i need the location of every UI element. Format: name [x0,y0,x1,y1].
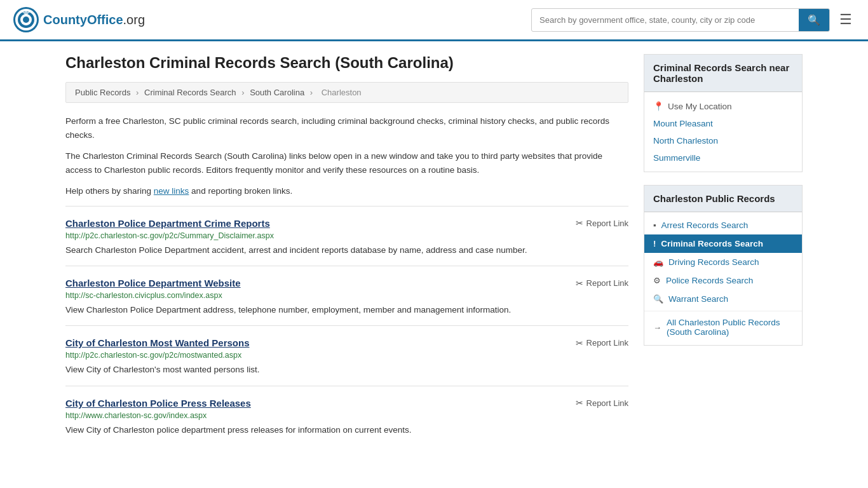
result-title-1[interactable]: Charleston Police Department Crime Repor… [65,218,270,229]
results-list: Charleston Police Department Crime Repor… [65,206,628,445]
sidebar-record-driving[interactable]: 🚗 Driving Records Search [644,253,802,271]
warrant-icon: 🔍 [653,294,663,304]
result-url-3: http://p2c.charleston-sc.gov/p2c/mostwan… [65,351,628,360]
sidebar-nearby-title: Criminal Records Search near Charleston [644,55,802,92]
sidebar-records-section: Charleston Public Records ▪ Arrest Recor… [644,185,803,346]
arrest-icon: ▪ [653,220,656,230]
result-desc-2: View Charleston Police Department addres… [65,304,628,316]
content-area: Charleston Criminal Records Search (Sout… [65,54,628,445]
logo-area: CountyOffice.org [13,6,145,33]
search-button[interactable]: 🔍 [799,9,829,31]
page-title: Charleston Criminal Records Search (Sout… [65,54,628,72]
driving-icon: 🚗 [653,257,663,267]
result-item: City of Charleston Police Press Releases… [65,386,628,445]
police-icon: ⚙ [653,276,661,285]
new-links-link[interactable]: new links [154,186,189,196]
result-item: City of Charleston Most Wanted Persons ✂… [65,325,628,385]
criminal-icon: ! [653,239,656,248]
description-para1: Perform a free Charleston, SC public cri… [65,114,628,142]
result-desc-1: Search Charleston Police Department acci… [65,244,628,257]
result-url-1: http://p2c.charleston-sc.gov/p2c/Summary… [65,231,628,240]
sidebar-records-list: ▪ Arrest Records Search ! Criminal Recor… [644,212,802,345]
report-icon-3: ✂ [576,338,583,348]
sidebar-record-criminal[interactable]: ! Criminal Records Search [644,234,802,253]
sidebar-all-records[interactable]: → All Charleston Public Records (South C… [644,311,802,341]
sidebar-record-warrant[interactable]: 🔍 Warrant Search [644,290,802,308]
result-desc-3: View City of Charleston's most wanted pe… [65,363,628,376]
sidebar-item-summerville[interactable]: Summerville [644,149,802,166]
breadcrumb-public-records[interactable]: Public Records [75,88,130,97]
header: CountyOffice.org 🔍 ☰ [0,0,868,41]
report-link-3[interactable]: ✂ Report Link [576,338,628,348]
sidebar-nearby-list: 📍 Use My Location Mount Pleasant North C… [644,92,802,172]
report-icon-1: ✂ [576,218,583,228]
description-para3: Help others by sharing new links and rep… [65,184,628,198]
result-title-2[interactable]: Charleston Police Department Website [65,278,241,288]
result-url-4: http://www.charleston-sc.gov/index.aspx [65,411,628,420]
sidebar-records-title: Charleston Public Records [644,186,802,212]
logo-text: CountyOffice.org [43,13,145,27]
result-item: Charleston Police Department Website ✂ R… [65,266,628,325]
search-bar: 🔍 [531,8,830,32]
hamburger-menu-icon[interactable]: ☰ [836,8,855,31]
breadcrumb: Public Records › Criminal Records Search… [65,82,628,103]
arrow-icon: → [653,323,661,332]
sidebar-record-arrest[interactable]: ▪ Arrest Records Search [644,216,802,234]
report-icon-4: ✂ [576,398,583,408]
report-link-4[interactable]: ✂ Report Link [576,398,628,408]
main-container: Charleston Criminal Records Search (Sout… [53,41,815,458]
description-para2: The Charleston Criminal Records Search (… [65,149,628,177]
pin-icon: 📍 [653,101,664,111]
logo-icon [13,6,39,33]
search-input[interactable] [532,10,799,30]
sidebar-record-police[interactable]: ⚙ Police Records Search [644,271,802,290]
sidebar-item-mount-pleasant[interactable]: Mount Pleasant [644,115,802,132]
report-link-2[interactable]: ✂ Report Link [576,278,628,288]
result-item: Charleston Police Department Crime Repor… [65,206,628,266]
breadcrumb-south-carolina[interactable]: South Carolina [250,88,304,97]
breadcrumb-charleston: Charleston [322,88,362,97]
breadcrumb-criminal-records-search[interactable]: Criminal Records Search [144,88,236,97]
result-url-2: http://sc-charleston.civicplus.com/index… [65,291,628,300]
sidebar: Criminal Records Search near Charleston … [644,54,803,445]
sidebar-nearby-section: Criminal Records Search near Charleston … [644,54,803,172]
result-title-3[interactable]: City of Charleston Most Wanted Persons [65,337,249,348]
header-right: 🔍 ☰ [531,8,855,32]
result-desc-4: View City of Charleston police departmen… [65,424,628,437]
report-link-1[interactable]: ✂ Report Link [576,218,628,228]
svg-point-4 [23,17,29,23]
result-title-4[interactable]: City of Charleston Police Press Releases [65,398,251,409]
sidebar-item-north-charleston[interactable]: North Charleston [644,132,802,149]
sidebar-use-location[interactable]: 📍 Use My Location [644,97,802,115]
report-icon-2: ✂ [576,278,583,288]
